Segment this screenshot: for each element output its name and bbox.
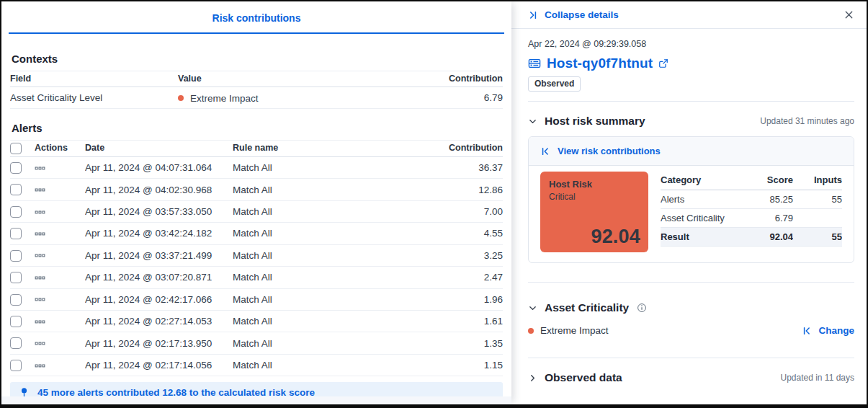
row-checkbox[interactable] [10,206,22,218]
row-actions-icon[interactable] [35,250,45,261]
row-checkbox[interactable] [10,360,22,371]
table-row: Apr 11, 2024 @ 03:57:33.050 Match All 7.… [10,200,503,222]
row-checkbox[interactable] [10,272,22,283]
close-icon[interactable] [844,9,854,20]
table-row: Apr 11, 2024 @ 02:42:17.066 Match All 1.… [10,288,503,310]
host-name-link[interactable]: Host-qy0f7htnut [547,56,653,71]
risk-category: Asset Criticality [661,209,727,228]
table-row: Apr 11, 2024 @ 03:07:20.871 Match All 2.… [10,267,503,288]
view-risk-contributions-button[interactable]: View risk contributions [529,137,854,166]
risk-summary-panel: View risk contributions Host Risk Critic… [528,136,854,263]
risk-inputs: 55 [793,228,842,247]
chevron-right-icon[interactable] [528,373,537,383]
alert-rule: Match All [233,200,424,222]
divider [528,282,854,283]
risk-table-header-row: Category Score Inputs [661,172,842,190]
alert-rule: Match All [233,223,424,244]
more-alerts-text: 45 more alerts contributed 12.68 to the … [37,387,315,396]
table-row: Apr 11, 2024 @ 03:37:21.499 Match All 3.… [10,244,503,266]
select-all-checkbox[interactable] [10,143,22,154]
alert-contribution: 4.55 [424,223,503,244]
alerts-col-rule: Rule name [233,140,424,156]
alert-contribution: 12.86 [424,179,503,200]
row-checkbox[interactable] [10,294,22,306]
change-criticality-button[interactable]: Change [802,325,854,336]
table-row: Apr 11, 2024 @ 04:02:30.968 Match All 12… [10,179,503,200]
alert-date: Apr 11, 2024 @ 02:27:14.053 [85,311,233,332]
contexts-col-contribution: Contribution [424,71,503,87]
row-checkbox[interactable] [10,250,22,262]
tab-risk-contributions[interactable]: Risk contributions [9,1,504,34]
contexts-col-value: Value [178,71,424,87]
contexts-header-row: Field Value Contribution [10,71,503,87]
arrow-start-icon [802,326,812,336]
collapse-details-button[interactable]: Collapse details [528,9,619,20]
alert-contribution: 1.96 [424,288,503,310]
alert-rule: Match All [233,267,424,288]
row-actions-icon[interactable] [35,207,45,218]
host-risk-summary-header: Host risk summary Updated 31 minutes ago [528,115,854,128]
row-checkbox[interactable] [10,337,22,349]
alert-contribution: 3.25 [424,244,503,266]
table-row: Alerts 85.25 55 [661,190,842,209]
risk-category-table: Category Score Inputs Alerts 85.25 55 As… [661,172,842,247]
row-checkbox[interactable] [10,316,22,327]
row-actions-icon[interactable] [35,163,45,174]
risk-summary-updated: Updated 31 minutes ago [760,116,854,126]
criticality-dot-icon [178,95,184,101]
collapse-details-label: Collapse details [545,9,619,20]
chevron-down-icon[interactable] [528,303,537,313]
chevron-down-icon[interactable] [528,117,537,126]
row-actions-icon[interactable] [35,185,45,195]
alert-rule: Match All [233,244,424,266]
row-actions-icon[interactable] [35,360,45,371]
observed-data-updated: Updated in 11 days [780,373,854,383]
risk-category: Alerts [661,190,727,209]
host-details-flyout: Collapse details Apr 22, 2024 @ 09:29:39… [511,1,867,404]
pin-icon [19,387,30,396]
info-icon[interactable] [637,303,647,313]
row-checkbox[interactable] [10,162,22,174]
alert-contribution: 1.35 [424,332,503,354]
risk-col-category: Category [661,172,727,190]
observed-data-header: Observed data Updated in 11 days [528,371,854,384]
change-label: Change [818,325,854,336]
alert-date: Apr 11, 2024 @ 04:02:30.968 [85,179,233,200]
row-checkbox[interactable] [10,184,22,195]
contexts-heading: Contexts [12,53,501,65]
table-row: Apr 11, 2024 @ 02:17:14.056 Match All 1.… [10,354,503,376]
alert-date: Apr 11, 2024 @ 03:42:24.182 [85,223,233,244]
risk-card-level: Critical [549,192,640,202]
table-row-result: Result 92.04 55 [661,228,842,247]
risk-contributions-panel: Risk contributions Contexts Field Value … [1,1,511,404]
context-field: Asset Criticality Level [10,87,178,109]
menu-right-icon [528,10,538,20]
alert-date: Apr 11, 2024 @ 02:17:14.056 [85,354,233,376]
arrow-start-icon [540,146,550,156]
row-actions-icon[interactable] [35,229,45,239]
table-row: Apr 11, 2024 @ 03:42:24.182 Match All 4.… [10,223,503,244]
observed-data-title: Observed data [545,371,622,384]
asset-criticality-header: Asset Criticality [528,301,854,314]
external-link-icon[interactable] [658,58,668,68]
row-actions-icon[interactable] [35,272,45,283]
row-checkbox[interactable] [10,228,22,239]
row-actions-icon[interactable] [35,294,45,305]
alerts-header-row: Actions Date Rule name Contribution [10,140,503,156]
alert-date: Apr 11, 2024 @ 02:17:13.950 [85,332,233,354]
context-value: Extreme Impact [190,92,259,103]
row-actions-icon[interactable] [35,338,45,349]
alert-contribution: 36.37 [424,156,503,178]
asset-criticality-value: Extreme Impact [540,325,609,336]
alert-contribution: 7.00 [424,200,503,222]
row-actions-icon[interactable] [35,316,45,327]
risk-col-inputs: Inputs [793,172,842,190]
alert-contribution: 1.15 [424,354,503,376]
risk-card-score: 92.04 [591,226,640,248]
flyout-header: Collapse details [511,1,867,29]
risk-col-score: Score [727,172,793,190]
divider [528,101,854,102]
contexts-col-field: Field [10,71,178,87]
alerts-table: Actions Date Rule name Contribution Apr … [10,140,503,376]
status-badge: Observed [528,76,581,92]
